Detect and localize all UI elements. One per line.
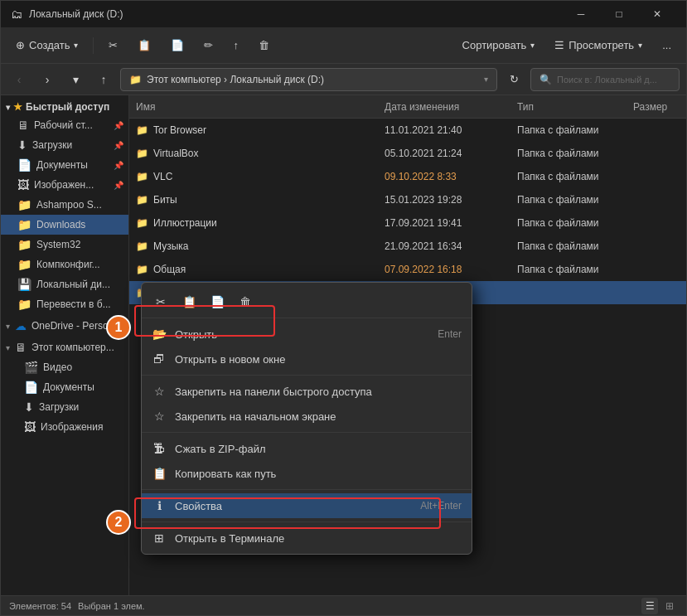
- ctx-open-terminal[interactable]: ⊞ Открыть в Терминале: [142, 526, 472, 551]
- sidebar-item-computer[interactable]: ▾ 🖥 Этот компьютер...: [1, 337, 128, 357]
- close-button[interactable]: ✕: [638, 1, 676, 27]
- ctx-copy-button[interactable]: 📋: [177, 289, 201, 314]
- pin-icon-docs: 📌: [114, 161, 123, 170]
- ctx-paste-button[interactable]: 📄: [205, 289, 230, 314]
- folder-icon-file: 📁: [136, 194, 148, 206]
- new-window-icon: 🗗: [152, 352, 167, 366]
- col-date-header[interactable]: Дата изменения: [378, 95, 510, 118]
- address-input[interactable]: 📁 Этот компьютер › Локальный диск (D:) ▾: [120, 68, 497, 91]
- copy-button[interactable]: 📋: [129, 32, 159, 59]
- folder-icon-file: 📁: [136, 240, 148, 252]
- kompconfig-icon: 📁: [17, 258, 31, 271]
- ctx-pin-quick-access[interactable]: ☆ Закрепить на панели быстрого доступа: [142, 379, 472, 404]
- sidebar-item-localdisk[interactable]: 💾 Локальный ди...: [1, 274, 128, 294]
- title-bar: 🗂 Локальный диск (D:) ─ □ ✕: [1, 1, 686, 27]
- sidebar-item-images[interactable]: 🖼 Изображен... 📌: [1, 175, 128, 195]
- sidebar-item-system32[interactable]: 📁 System32: [1, 235, 128, 255]
- paste-button[interactable]: 📄: [162, 32, 192, 59]
- selected-info: Выбран 1 элем.: [78, 601, 145, 611]
- ctx-open[interactable]: 📂 Открыть Enter: [142, 322, 472, 347]
- pin-quick-icon: ☆: [152, 384, 167, 399]
- sidebar-item-ashampoo[interactable]: 📁 Ashampoo S...: [1, 195, 128, 215]
- view-icons: ☰ ⊞: [641, 598, 678, 614]
- step2-badge: 2: [106, 510, 131, 535]
- video-icon: 🎬: [24, 361, 38, 374]
- create-button[interactable]: ⊕ Создать ▾: [7, 32, 86, 59]
- sort-button[interactable]: Сортировать ▾: [454, 32, 544, 59]
- view-button[interactable]: ☰ Просмотреть ▾: [546, 32, 651, 59]
- maximize-button[interactable]: □: [600, 1, 638, 27]
- items-count: Элементов: 54: [9, 601, 71, 611]
- ctx-compress[interactable]: 🗜 Сжать в ZIP-файл: [142, 436, 472, 461]
- table-row[interactable]: 📁Биты 15.01.2023 19:28 Папка с файлами: [129, 188, 686, 211]
- chevron-qa: ▾: [6, 103, 10, 112]
- rename-button[interactable]: ✏: [196, 32, 221, 59]
- pin-start-icon: ☆: [152, 409, 167, 424]
- delete-button[interactable]: 🗑: [250, 32, 278, 59]
- sidebar-item-docs[interactable]: 📄 Документы 📌: [1, 155, 128, 175]
- chevron-down-icon: ▾: [74, 41, 78, 50]
- list-view-icon[interactable]: ☰: [641, 598, 658, 614]
- back-button[interactable]: ‹: [7, 68, 31, 91]
- share-button[interactable]: ↑: [225, 32, 247, 59]
- sidebar-item-kompconfig[interactable]: 📁 Компконфиг...: [1, 255, 128, 274]
- sidebar-item-transfer[interactable]: 📁 Перевести в б...: [1, 294, 128, 314]
- quick-access-header[interactable]: ▾ ★ Быстрый доступ: [1, 99, 128, 115]
- toolbar: ⊕ Создать ▾ ✂ 📋 📄 ✏ ↑ 🗑 Сортировать ▾ ☰ …: [1, 27, 686, 64]
- pin-icon-desktop: 📌: [114, 121, 123, 130]
- ctx-properties[interactable]: ℹ Свойства Alt+Enter: [142, 493, 472, 518]
- up-button[interactable]: ▾: [64, 68, 87, 91]
- forward-button[interactable]: ›: [36, 68, 59, 91]
- sidebar-item-downloads[interactable]: ⬇ Загрузки 📌: [1, 135, 128, 155]
- ctx-delete-button[interactable]: 🗑: [233, 289, 258, 314]
- col-type-header[interactable]: Тип: [510, 95, 627, 118]
- table-row[interactable]: 📁Музыка 21.09.2021 16:34 Папка с файлами: [129, 235, 686, 258]
- cut-button[interactable]: ✂: [100, 32, 126, 59]
- title-bar-controls: ─ □ ✕: [562, 1, 676, 27]
- computer-icon: 🖥: [15, 341, 27, 354]
- view-icon-toolbar: ☰: [554, 39, 564, 51]
- parent-button[interactable]: ↑: [92, 68, 115, 91]
- computer-section: ▾ 🖥 Этот компьютер... 🎬 Видео 📄 Документ…: [1, 337, 128, 437]
- ashampoo-icon: 📁: [17, 198, 31, 211]
- sidebar-item-video[interactable]: 🎬 Видео: [1, 357, 128, 377]
- minimize-button[interactable]: ─: [562, 1, 600, 27]
- grid-view-icon[interactable]: ⊞: [661, 598, 678, 614]
- ctx-sep3: [142, 489, 472, 490]
- table-row[interactable]: 📁VLC 09.10.2022 8:33 Папка с файлами: [129, 165, 686, 188]
- sidebar-item-docs2[interactable]: 📄 Документы: [1, 377, 128, 397]
- download-icon: ⬇: [17, 138, 27, 152]
- status-info: Элементов: 54 Выбран 1 элем.: [9, 601, 145, 611]
- chevron-down-icon-view: ▾: [638, 41, 642, 50]
- chevron-od: ▾: [6, 322, 10, 331]
- pin-icon-downloads: 📌: [114, 141, 123, 150]
- more-button[interactable]: ...: [654, 32, 680, 59]
- search-icon: 🔍: [539, 74, 552, 85]
- sidebar-item-downloads2[interactable]: 📁 Downloads: [1, 215, 128, 235]
- search-input[interactable]: 🔍 Поиск в: Локальный д...: [530, 68, 680, 91]
- context-menu-toolbar: ✂ 📋 📄 🗑: [142, 286, 472, 318]
- table-row[interactable]: 📁Иллюстрации 17.09.2021 19:41 Папка с фа…: [129, 211, 686, 235]
- col-name-header[interactable]: Имя: [129, 95, 378, 118]
- column-header: Имя Дата изменения Тип Размер: [129, 95, 686, 119]
- col-size-header[interactable]: Размер: [627, 95, 686, 118]
- ctx-copy-path[interactable]: 📋 Копировать как путь: [142, 461, 472, 486]
- table-row[interactable]: 📁Tor Browser 11.01.2021 21:40 Папка с фа…: [129, 119, 686, 142]
- folder-icon-file: 📁: [136, 171, 148, 182]
- properties-icon: ℹ: [152, 498, 167, 513]
- toolbar-separator: [93, 37, 94, 54]
- docs2-icon: 📄: [24, 381, 38, 394]
- sidebar-item-desktop[interactable]: 🖥 Рабочий ст... 📌: [1, 115, 128, 135]
- desktop-icon: 🖥: [17, 119, 29, 132]
- ctx-pin-start[interactable]: ☆ Закрепить на начальном экране: [142, 404, 472, 429]
- title-bar-left: 🗂 Локальный диск (D:): [11, 7, 123, 21]
- sidebar-item-downloads3[interactable]: ⬇ Загрузки: [1, 397, 128, 417]
- ctx-cut-button[interactable]: ✂: [148, 289, 173, 314]
- ctx-sep4: [142, 521, 472, 522]
- ctx-open-new-window[interactable]: 🗗 Открыть в новом окне: [142, 347, 472, 371]
- table-row[interactable]: 📁VirtualBox 05.10.2021 21:24 Папка с фай…: [129, 142, 686, 165]
- table-row[interactable]: 📁Общая 07.09.2022 16:18 Папка с файлами: [129, 258, 686, 281]
- sidebar-item-images2[interactable]: 🖼 Изображения: [1, 417, 128, 437]
- compress-icon: 🗜: [152, 441, 167, 456]
- refresh-button[interactable]: ↻: [502, 68, 525, 91]
